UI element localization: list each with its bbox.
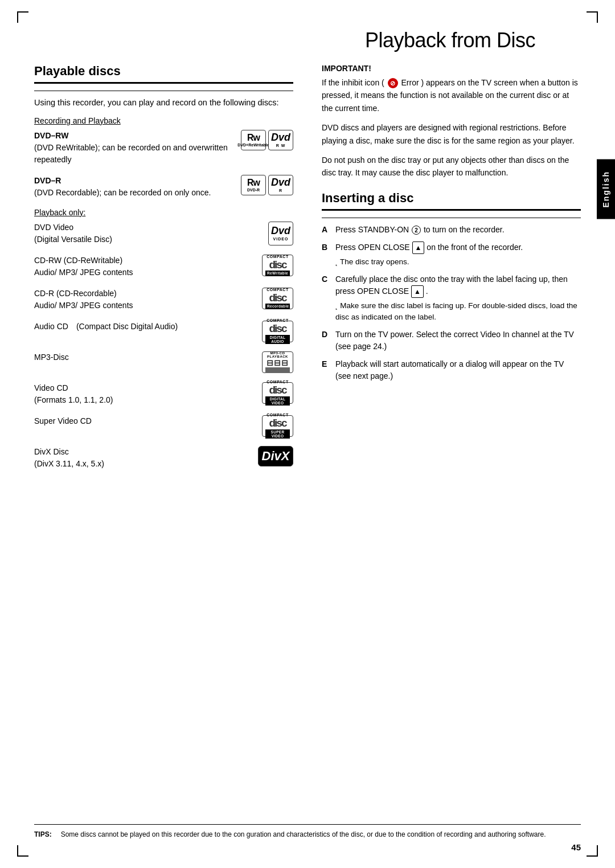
number-2: 2 [412,226,421,235]
disc-dvdrw-icons: Rw DVD+ReWritable Dvd R W [241,130,293,150]
badge-compact-video: COMPACT disc DIGITAL VIDEO [262,382,293,404]
inserting-section: Inserting a disc A Press STANDBY-ON 2 to… [322,191,581,383]
disc-svcd-text: Super Video CD [34,415,256,427]
playback-only-label: Playback only: [34,208,293,217]
step-b: B Press OPEN CLOSE ▲ on the front of the… [322,241,581,268]
badge-dvd-rw: Dvd R W [268,130,293,150]
important-box: IMPORTANT! If the inhibit icon ( ⊘ Error… [322,64,581,179]
badge-dvd-video: Dvd VIDEO [268,222,293,245]
disc-dvdrw-text: DVD–RW (DVD ReWritable); can be recorded… [34,130,235,166]
badge-compact-audio: COMPACT disc DIGITAL AUDIO [262,321,293,342]
recording-playback-label: Recording and Playback [34,116,293,125]
step-c-text: Carefully place the disc onto the tray w… [335,273,581,324]
tips-section: TIPS: Some discs cannot be played on thi… [34,824,581,840]
disc-cdrw-text: CD-RW (CD-ReWritable)Audio/ MP3/ JPEG co… [34,255,256,279]
disc-audiocd-text: Audio CD (Compact Disc Digital Audio) [34,321,256,333]
disc-dvdr-text: DVD–R (DVD Recordable); can be recorded … [34,175,235,199]
disc-item-cdrw: CD-RW (CD-ReWritable)Audio/ MP3/ JPEG co… [34,255,293,279]
disc-item-dvdrw: DVD–RW (DVD ReWritable); can be recorded… [34,130,293,166]
step-b-letter: B [322,241,331,268]
disc-tray-text: Do not push on the disc tray or put any … [322,154,581,179]
step-b-note: ˛ The disc tray opens. [335,256,581,268]
step-e-text: Playback will start automatically or a d… [335,358,581,382]
page-title: Playback from Disc [34,28,581,52]
badge-compact-super: COMPACT disc SUPER VIDEO [262,415,293,437]
step-a: A Press STANDBY-ON 2 to turn on the reco… [322,224,581,236]
disc-videocd-text: Video CD(Formats 1.0, 1.1, 2.0) [34,382,256,406]
open-close-btn-ref-c: ▲ [411,285,424,298]
step-list: A Press STANDBY-ON 2 to turn on the reco… [322,224,581,383]
disc-item-dvdvideo: DVD Video(Digital Versatile Disc) Dvd VI… [34,222,293,245]
badge-rw-dvdrw: Rw DVD+ReWritable [241,130,266,150]
left-column: Playable discs Using this recorder, you … [34,64,299,479]
disc-divx-icons: DivX [258,446,293,466]
step-e: E Playback will start automatically or a… [322,358,581,382]
badge-rw-dvdr: Rw DVD-R [241,175,266,195]
disc-cdrw-icons: COMPACT disc ReWritable [262,255,293,276]
disc-svcd-icons: COMPACT disc SUPER VIDEO [262,415,293,437]
step-c-letter: C [322,273,331,324]
badge-compact-r: COMPACT disc Recordable [262,288,293,309]
disc-item-cdr: CD-R (CD-Recordable)Audio/ MP3/ JPEG con… [34,288,293,312]
disc-cdr-text: CD-R (CD-Recordable)Audio/ MP3/ JPEG con… [34,288,256,312]
disc-cdr-icons: COMPACT disc Recordable [262,288,293,309]
disc-dvdvideo-icons: Dvd VIDEO [268,222,293,245]
step-a-letter: A [322,224,331,236]
step-d-letter: D [322,329,331,353]
playable-discs-heading: Playable discs [34,64,293,84]
dvd-regional-text: DVD discs and players are designed with … [322,121,581,147]
language-tab: English [597,159,615,219]
tips-text: Some discs cannot be played on this reco… [61,829,546,840]
disc-videocd-icons: COMPACT disc DIGITAL VIDEO [262,382,293,404]
disc-item-dvdr: DVD–R (DVD Recordable); can be recorded … [34,175,293,199]
disc-dvdvideo-text: DVD Video(Digital Versatile Disc) [34,222,263,245]
step-c: C Carefully place the disc onto the tray… [322,273,581,324]
step-c-note: ˛ Make sure the disc label is facing up.… [335,300,581,324]
step-e-letter: E [322,358,331,382]
step-b-text: Press OPEN CLOSE ▲ on the front of the r… [335,241,581,268]
important-text: If the inhibit icon ( ⊘ Error ) appears … [322,76,581,114]
disc-item-divx: DivX Disc(DivX 3.11, 4.x, 5.x) DivX [34,446,293,470]
disc-mp3-text: MP3-Disc [34,351,256,363]
step-d: D Turn on the TV power. Select the corre… [322,329,581,353]
disc-dvdr-icons: Rw DVD-R Dvd R [241,175,293,195]
inserting-disc-heading: Inserting a disc [322,191,581,211]
step-d-text: Turn on the TV power. Select the correct… [335,329,581,353]
disc-item-audiocd: Audio CD (Compact Disc Digital Audio) CO… [34,321,293,342]
disc-audiocd-icons: COMPACT disc DIGITAL AUDIO [262,321,293,342]
badge-divx: DivX [258,446,293,466]
intro-text: Using this recorder, you can play and re… [34,97,293,109]
important-label: IMPORTANT! [322,64,581,73]
disc-item-mp3: MP3-Disc MP3-CD PLAYBACK ⊟⊟⊟ [34,351,293,373]
right-column: IMPORTANT! If the inhibit icon ( ⊘ Error… [316,64,581,479]
badge-dvd-r: Dvd R [268,175,293,195]
open-close-btn-ref-b: ▲ [412,241,425,254]
disc-mp3-icons: MP3-CD PLAYBACK ⊟⊟⊟ [262,351,293,373]
tips-label: TIPS: [34,829,52,840]
badge-compact-rw: COMPACT disc ReWritable [262,255,293,276]
step-a-text: Press STANDBY-ON 2 to turn on the record… [335,224,581,236]
disc-item-svcd: Super Video CD COMPACT disc SUPER VIDEO [34,415,293,437]
error-icon: ⊘ [388,78,398,88]
page-number: 45 [571,842,581,852]
disc-item-videocd: Video CD(Formats 1.0, 1.1, 2.0) COMPACT … [34,382,293,406]
badge-mp3: MP3-CD PLAYBACK ⊟⊟⊟ [262,351,293,373]
disc-divx-text: DivX Disc(DivX 3.11, 4.x, 5.x) [34,446,252,470]
